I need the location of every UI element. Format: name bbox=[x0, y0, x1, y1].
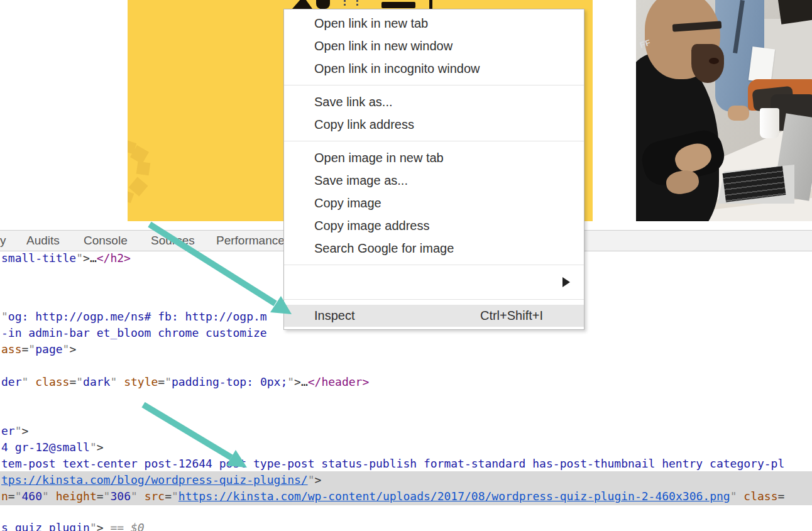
code-token: style bbox=[124, 375, 158, 388]
code-link[interactable]: https://kinsta.com/wp-content/uploads/20… bbox=[178, 490, 730, 503]
tab-sources[interactable]: Sources bbox=[151, 231, 195, 251]
menu-item-open-link-in-new-window[interactable]: Open link in new window bbox=[284, 35, 584, 57]
code-token: = bbox=[69, 375, 76, 388]
code-line[interactable]: tps://kinsta.com/blog/wordpress-quiz-plu… bbox=[1, 473, 321, 487]
menu-item-copy-image-address[interactable]: Copy image address bbox=[284, 214, 584, 237]
code-token: … bbox=[90, 251, 97, 265]
code-token: > bbox=[83, 251, 90, 265]
code-token: " bbox=[172, 490, 178, 503]
code-token: " bbox=[15, 490, 22, 503]
menu-item-open-link-in-new-tab[interactable]: Open link in new tab bbox=[284, 12, 584, 35]
code-token: der bbox=[1, 375, 22, 388]
code-token: class bbox=[743, 490, 777, 503]
menu-item-copy-image[interactable]: Copy image bbox=[284, 192, 584, 214]
photo-man-beard bbox=[691, 44, 724, 83]
menu-item-save-link-as-[interactable]: Save link as... bbox=[284, 90, 584, 113]
code-line[interactable]: small-title">…</h2> bbox=[1, 251, 131, 265]
code-token: " bbox=[110, 375, 124, 388]
illustration-shape bbox=[316, 0, 330, 9]
code-token: " bbox=[1, 310, 8, 323]
code-token: " bbox=[308, 473, 315, 486]
menu-item-inspect[interactable]: InspectCtrl+Shift+I bbox=[284, 305, 584, 327]
code-token: > bbox=[69, 342, 76, 356]
code-token: " bbox=[28, 342, 35, 356]
code-token: > bbox=[97, 521, 104, 531]
code-link[interactable]: tps://kinsta.com/blog/wordpress-quiz-plu… bbox=[1, 473, 308, 486]
code-token: " bbox=[22, 375, 36, 388]
code-token: " bbox=[730, 490, 744, 503]
confetti-square bbox=[136, 161, 151, 176]
code-line[interactable]: der" class="dark" style="padding-top: 0p… bbox=[1, 375, 369, 389]
code-token: = bbox=[778, 490, 785, 503]
code-token: dark bbox=[83, 375, 110, 388]
menu-separator bbox=[284, 141, 584, 141]
menu-item-search-google-for-image[interactable]: Search Google for image bbox=[284, 237, 584, 260]
code-token: " bbox=[42, 490, 56, 503]
code-token: " bbox=[15, 424, 22, 437]
code-token: = bbox=[165, 490, 172, 503]
code-token: > bbox=[294, 375, 301, 388]
code-line[interactable]: "og: http://ogp.me/ns# fb: http://ogp.m bbox=[1, 310, 267, 324]
code-line[interactable]: er"> bbox=[1, 424, 28, 438]
code-token: class bbox=[35, 375, 69, 388]
submenu-arrow-icon bbox=[562, 277, 570, 287]
menu-item-save-image-as-[interactable]: Save image as... bbox=[284, 169, 584, 192]
code-token: " bbox=[165, 375, 172, 388]
code-token: </h2> bbox=[97, 251, 131, 265]
menu-separator bbox=[284, 299, 584, 300]
menu-separator bbox=[284, 265, 584, 265]
tab-performance[interactable]: Performance bbox=[216, 231, 285, 251]
menu-item-copy-link-address[interactable]: Copy link address bbox=[284, 113, 584, 136]
menu-item-shortcut: Ctrl+Shift+I bbox=[480, 305, 543, 327]
code-line[interactable]: s quiz plugin"> == $0 bbox=[1, 521, 145, 531]
code-token: page bbox=[35, 342, 62, 356]
code-token: ass bbox=[1, 342, 22, 356]
code-line[interactable]: -in admin-bar et_bloom chrome customize bbox=[1, 326, 267, 340]
photo-hand bbox=[728, 106, 749, 121]
code-token: = bbox=[22, 342, 29, 356]
code-token: -in admin-bar et_bloom chrome customize bbox=[1, 326, 267, 339]
menu-item-submenu[interactable] bbox=[284, 270, 584, 294]
photo-name-badge bbox=[749, 47, 775, 83]
menu-item-open-link-in-incognito-window[interactable]: Open link in incognito window bbox=[284, 57, 584, 80]
code-token: og: http://ogp.me/ns# fb: http://ogp.m bbox=[8, 310, 267, 323]
code-token: == $0 bbox=[104, 521, 145, 531]
photo-cup bbox=[760, 108, 779, 138]
code-token: = bbox=[97, 490, 104, 503]
code-token: height bbox=[56, 490, 97, 503]
illustration-line bbox=[429, 0, 432, 9]
code-token: 4 gr-12@small bbox=[1, 441, 90, 454]
code-token: n bbox=[1, 490, 8, 503]
code-line[interactable]: n="460" height="306" src="https://kinsta… bbox=[1, 490, 784, 503]
code-token: > bbox=[315, 473, 322, 486]
code-token: s quiz plugin bbox=[1, 521, 90, 531]
tab-y[interactable]: y bbox=[0, 231, 6, 251]
photo-dark-corner bbox=[777, 0, 812, 25]
code-token: " bbox=[90, 441, 97, 454]
confetti-square bbox=[128, 190, 134, 204]
photo-man-mouth bbox=[709, 58, 719, 64]
illustration-bar bbox=[381, 2, 415, 8]
hero-photo[interactable]: FF bbox=[636, 0, 812, 221]
code-token: padding-top: 0px; bbox=[172, 375, 287, 388]
code-token: " bbox=[131, 490, 145, 503]
code-line[interactable]: 4 gr-12@small"> bbox=[1, 441, 104, 454]
tab-console[interactable]: Console bbox=[84, 231, 128, 251]
illustration-dotted-line bbox=[344, 0, 346, 8]
code-line[interactable]: tem-post text-center post-12644 post typ… bbox=[1, 457, 784, 471]
illustration-pencil bbox=[292, 0, 312, 9]
code-token: small-title bbox=[1, 251, 76, 265]
code-token: " bbox=[76, 375, 83, 388]
code-token: = bbox=[8, 490, 15, 503]
code-token: " bbox=[287, 375, 294, 388]
code-token: er bbox=[1, 424, 15, 437]
code-token: tem-post text-center post-12644 post typ… bbox=[1, 457, 784, 470]
code-token: 306 bbox=[110, 490, 131, 503]
code-token: " bbox=[104, 490, 111, 503]
code-line[interactable]: ass="page"> bbox=[1, 342, 76, 356]
tab-audits[interactable]: Audits bbox=[26, 231, 60, 251]
illustration-dotted-line bbox=[356, 0, 358, 8]
menu-item-open-image-in-new-tab[interactable]: Open image in new tab bbox=[284, 146, 584, 169]
code-token: > bbox=[97, 441, 104, 454]
code-token: 460 bbox=[22, 490, 43, 503]
